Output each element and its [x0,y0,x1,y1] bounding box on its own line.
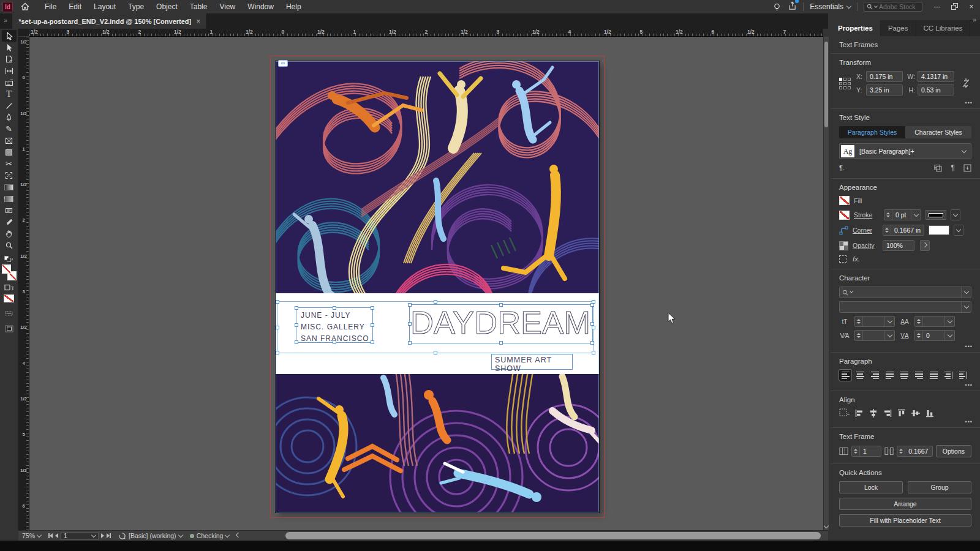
postcard-illustration-bottom[interactable] [276,374,599,512]
lock-button[interactable]: Lock [839,481,903,493]
scroll-left-icon[interactable] [236,532,241,537]
canvas-pasteboard[interactable]: JUNE - JULY MISC. GALLERY SAN FRANCISCO … [29,37,823,530]
stroke-color-swatch[interactable] [839,211,850,220]
text-frame-options-button[interactable]: Options [936,445,971,457]
tab-properties[interactable]: Properties [831,20,881,36]
stroke-style-preview[interactable] [925,210,946,220]
selection-handle[interactable] [295,340,298,344]
corner-link[interactable]: Corner [853,227,878,234]
selection-handle[interactable] [408,322,412,326]
w-field[interactable]: 4.1317 in [918,71,954,82]
menu-item[interactable]: Type [122,1,150,13]
justify-last-left-button[interactable] [883,370,895,381]
gap-tool[interactable] [2,65,17,77]
constrain-proportions-icon[interactable] [962,77,970,89]
selection-handle[interactable] [295,323,298,327]
menu-item[interactable]: Help [280,1,307,13]
fill-placeholder-button[interactable]: Fill with Placeholder Text [839,514,971,527]
corner-shape-dropdown[interactable] [954,225,963,236]
restore-button[interactable] [946,0,963,13]
align-toward-spine-button[interactable] [942,370,954,381]
rectangle-tool[interactable] [2,146,17,158]
rectangle-frame-tool[interactable] [2,135,17,146]
align-horizontal-centers-button[interactable] [869,409,878,418]
scissors-tool[interactable]: ✂ [2,158,17,170]
stock-search-field[interactable] [864,2,922,12]
font-style-chevron[interactable] [961,302,971,312]
align-bottom-edges-button[interactable] [925,409,934,418]
justify-last-right-button[interactable] [913,370,925,381]
note-tool[interactable] [2,204,17,216]
selection-handle[interactable] [295,306,298,310]
learn-lightbulb-icon[interactable] [772,2,782,12]
character-styles-tab[interactable]: Character Styles [905,126,971,138]
selection-handle[interactable] [592,351,595,354]
chevron-down-icon[interactable] [911,210,921,220]
new-style-icon[interactable] [963,164,971,172]
group-button[interactable]: Group [908,481,971,493]
align-center-button[interactable] [854,370,866,381]
more-options-icon[interactable]: ••• [965,419,973,425]
corner-shape-preview[interactable] [929,225,949,235]
gradient-feather-tool[interactable] [2,193,17,204]
selection-handle[interactable] [333,306,336,310]
tracking-stepper[interactable]: 0 [914,330,955,341]
eyedropper-tool[interactable] [2,216,17,228]
next-page-button[interactable] [101,532,104,539]
fill-stroke-proxy[interactable] [2,264,17,280]
first-page-button[interactable] [48,532,53,539]
workspace-switcher[interactable]: Essentials [810,2,851,11]
selection-handle[interactable] [371,306,374,310]
zoom-level-dropdown[interactable]: 75% [18,532,45,539]
align-top-edges-button[interactable] [897,409,906,418]
font-size-stepper[interactable] [854,316,895,327]
line-tool[interactable] [2,100,17,111]
postcard-illustration-top[interactable] [276,61,599,293]
fill-color-swatch[interactable] [839,196,850,205]
dates-text-frame[interactable]: JUNE - JULY MISC. GALLERY SAN FRANCISCO [296,307,373,343]
horizontal-ruler[interactable]: 1/231/221/211/201/211/221/231/241/251/26… [29,29,823,37]
last-page-button[interactable] [107,532,111,539]
menu-item[interactable]: Edit [62,1,88,13]
chevron-down-icon[interactable] [884,331,894,340]
more-options-icon[interactable]: ••• [965,343,973,350]
tab-cc-libraries[interactable]: CC Libraries [916,20,971,36]
scrollbar-thumb[interactable] [285,532,821,539]
formatting-affects-toggle[interactable]: T [2,282,17,293]
columns-stepper[interactable]: 1 [851,446,881,457]
justify-all-button[interactable] [927,370,940,381]
stroke-link[interactable]: Stroke [854,211,880,219]
document-tab[interactable]: *set-up-a-postcard_END_V2.indd @ 150% [C… [12,13,207,29]
selection-handle[interactable] [408,303,412,307]
font-family-dropdown[interactable] [839,287,971,298]
selection-handle[interactable] [590,322,594,326]
default-fill-stroke-icon[interactable] [2,255,17,263]
menu-item[interactable]: File [39,1,62,13]
redefine-style-icon[interactable] [933,164,943,172]
scrollbar-thumb[interactable] [824,42,828,127]
menu-item[interactable]: Layout [88,1,122,13]
align-right-edges-button[interactable] [883,409,892,418]
selection-handle[interactable] [276,326,279,329]
menu-item[interactable]: Table [184,1,214,13]
align-left-edges-button[interactable] [855,409,864,418]
page-tool[interactable] [2,53,17,65]
stroke-style-dropdown[interactable] [951,209,960,220]
indesign-logo-icon[interactable]: Id [2,2,13,12]
canvas-horizontal-scrollbar[interactable] [243,531,828,541]
selection-handle[interactable] [590,303,594,307]
gutter-stepper[interactable]: 0.1667 [897,446,933,457]
direct-selection-tool[interactable] [2,42,17,53]
leading-stepper[interactable] [914,316,955,327]
font-family-chevron[interactable] [961,287,971,298]
reference-point-grid[interactable] [839,78,851,89]
share-icon[interactable] [788,1,797,12]
minimize-button[interactable] [929,0,946,13]
h-field[interactable]: 0.53 in [918,84,954,96]
menu-item[interactable]: Window [241,1,280,13]
opacity-flyout-icon[interactable] [920,240,930,251]
canvas-vertical-scrollbar[interactable] [823,37,829,530]
content-collector-tool[interactable] [2,77,17,88]
fx-icon[interactable]: fx. [853,255,860,263]
selection-tool[interactable] [2,30,17,42]
